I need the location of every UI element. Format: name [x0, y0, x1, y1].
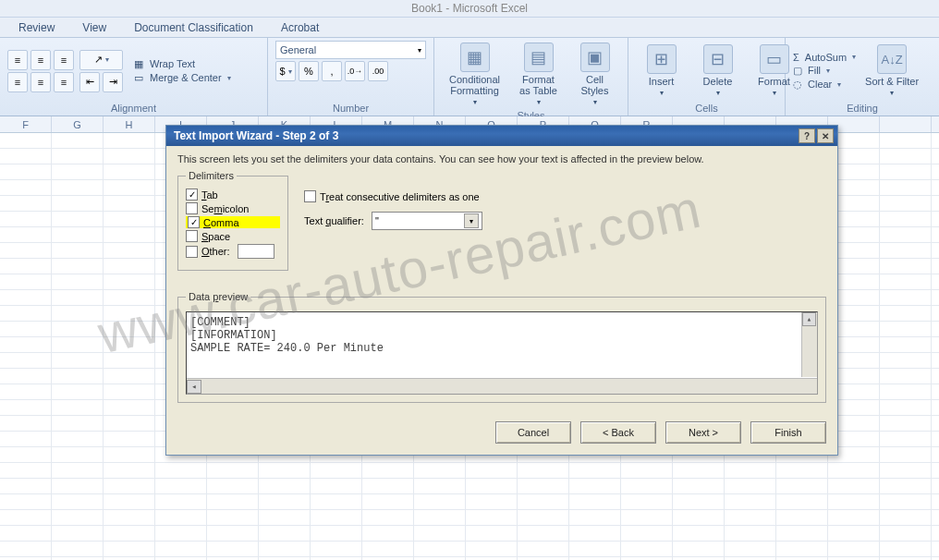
- merge-center-button[interactable]: ▭Merge & Center: [134, 72, 231, 84]
- cell-styles-icon: ▣: [580, 43, 610, 72]
- other-checkbox[interactable]: [186, 246, 198, 258]
- align-bottom-icon[interactable]: ≡: [54, 50, 74, 70]
- dialog-instruction: This screen lets you set the delimiters …: [177, 153, 826, 164]
- text-qualifier-label: Text qualifier:: [304, 215, 364, 226]
- tab-checkbox[interactable]: [186, 189, 198, 201]
- accounting-format-icon[interactable]: $: [275, 61, 296, 81]
- grid-row[interactable]: [0, 510, 939, 526]
- group-cells-label: Cells: [636, 101, 777, 114]
- preview-line: [COMMENT]: [190, 316, 813, 329]
- other-input[interactable]: [238, 244, 274, 259]
- grid-row[interactable]: [0, 494, 939, 510]
- app-title: Book1 - Microsoft Excel: [0, 0, 939, 18]
- tab-review[interactable]: Review: [18, 21, 55, 34]
- grid-row[interactable]: [0, 542, 939, 557]
- wrap-text-button[interactable]: ▦Wrap Text: [134, 58, 231, 70]
- data-preview-group: Data preview [COMMENT] [INFORMATION] SAM…: [177, 291, 826, 403]
- tab-view[interactable]: View: [82, 21, 106, 34]
- comma-format-icon[interactable]: ,: [322, 61, 342, 81]
- delete-cells-button[interactable]: ⊟ Delete▾: [692, 43, 743, 99]
- orientation-icon[interactable]: ↗: [79, 50, 123, 70]
- grid-row[interactable]: [0, 479, 939, 494]
- tab-acrobat[interactable]: Acrobat: [281, 21, 319, 34]
- other-label: Other:: [201, 246, 230, 257]
- close-button[interactable]: ✕: [817, 128, 834, 143]
- percent-format-icon[interactable]: %: [299, 61, 319, 81]
- column-header[interactable]: G: [52, 116, 104, 132]
- space-checkbox[interactable]: [186, 230, 198, 242]
- data-preview-box[interactable]: [COMMENT] [INFORMATION] SAMPLE RATE= 240…: [186, 311, 818, 395]
- back-button[interactable]: < Back: [580, 421, 656, 444]
- group-editing-label: Editing: [793, 101, 932, 114]
- insert-cells-button[interactable]: ⊞ Insert▾: [636, 43, 687, 99]
- sort-filter-icon: A↓Z: [877, 44, 907, 74]
- align-center-icon[interactable]: ≡: [30, 72, 51, 92]
- text-qualifier-combo[interactable]: " ▾: [372, 212, 482, 230]
- column-header[interactable]: F: [0, 116, 52, 132]
- ribbon: ≡ ≡ ≡ ≡ ≡ ≡ ↗ ⇤ ⇥ ▦Wrap Text: [0, 38, 939, 116]
- decrease-decimal-icon[interactable]: .00: [368, 61, 388, 81]
- group-number-label: Number: [275, 101, 426, 114]
- ribbon-tabs: Review View Document Classification Acro…: [0, 18, 939, 38]
- fill-button[interactable]: ▢Fill: [793, 65, 856, 77]
- conditional-formatting-icon: ▦: [460, 43, 490, 72]
- align-left-icon[interactable]: ≡: [7, 72, 28, 92]
- autosum-button[interactable]: ΣAutoSum: [793, 52, 856, 63]
- clear-button[interactable]: ◌Clear: [793, 79, 856, 91]
- decrease-indent-icon[interactable]: ⇤: [79, 72, 100, 92]
- cell-styles-button[interactable]: ▣ Cell Styles▾: [569, 41, 620, 108]
- next-button[interactable]: Next >: [665, 421, 741, 444]
- scroll-up-icon[interactable]: ▴: [802, 312, 816, 326]
- horizontal-scrollbar[interactable]: ◂: [187, 378, 817, 394]
- chevron-down-icon: ▾: [464, 213, 479, 228]
- delimiters-legend: Delimiters: [186, 170, 237, 181]
- group-alignment-label: Alignment: [7, 101, 260, 114]
- vertical-scrollbar[interactable]: ▴: [801, 312, 817, 377]
- comma-label: Comma: [203, 217, 239, 228]
- treat-consecutive-label: Treat consecutive delimiters as one: [320, 191, 480, 202]
- column-header[interactable]: H: [104, 116, 155, 132]
- space-label: Space: [201, 231, 230, 242]
- align-top-icon[interactable]: ≡: [7, 50, 28, 70]
- help-button[interactable]: ?: [799, 128, 815, 143]
- dialog-titlebar[interactable]: Text Import Wizard - Step 2 of 3 ? ✕: [166, 126, 837, 146]
- align-middle-icon[interactable]: ≡: [30, 50, 51, 70]
- tab-doc-classification[interactable]: Document Classification: [134, 21, 253, 34]
- cancel-button[interactable]: Cancel: [495, 421, 571, 444]
- increase-decimal-icon[interactable]: .0→: [345, 61, 365, 81]
- grid-row[interactable]: [0, 463, 939, 479]
- grid-row[interactable]: [0, 526, 939, 542]
- number-format-dropdown[interactable]: General▾: [275, 41, 426, 59]
- preview-line: SAMPLE RATE= 240.0 Per Minute: [190, 342, 813, 355]
- data-preview-legend: Data preview: [186, 291, 250, 302]
- delete-icon: ⊟: [703, 44, 733, 74]
- delimiters-group: Delimiters Tab Semicolon Comma Space Oth…: [177, 170, 288, 271]
- tab-label: Tab: [201, 189, 218, 201]
- format-icon: ▭: [760, 44, 789, 74]
- text-import-wizard-dialog: Text Import Wizard - Step 2 of 3 ? ✕ Thi…: [165, 125, 838, 456]
- sort-filter-button[interactable]: A↓Z Sort & Filter▾: [861, 43, 922, 99]
- treat-consecutive-checkbox[interactable]: [304, 190, 316, 202]
- preview-line: [INFORMATION]: [190, 329, 813, 342]
- insert-icon: ⊞: [647, 44, 677, 74]
- semicolon-checkbox[interactable]: [186, 202, 198, 214]
- format-as-table-icon: ▤: [524, 43, 554, 72]
- conditional-formatting-button[interactable]: ▦ Conditional Formatting▾: [442, 41, 507, 108]
- dialog-title: Text Import Wizard - Step 2 of 3: [174, 129, 338, 142]
- finish-button[interactable]: Finish: [750, 421, 826, 444]
- scroll-left-icon[interactable]: ◂: [187, 380, 201, 394]
- comma-checkbox[interactable]: [188, 216, 200, 228]
- increase-indent-icon[interactable]: ⇥: [103, 72, 123, 92]
- semicolon-label: Semicolon: [201, 203, 249, 214]
- align-right-icon[interactable]: ≡: [54, 72, 74, 92]
- format-as-table-button[interactable]: ▤ Format as Table▾: [513, 41, 564, 108]
